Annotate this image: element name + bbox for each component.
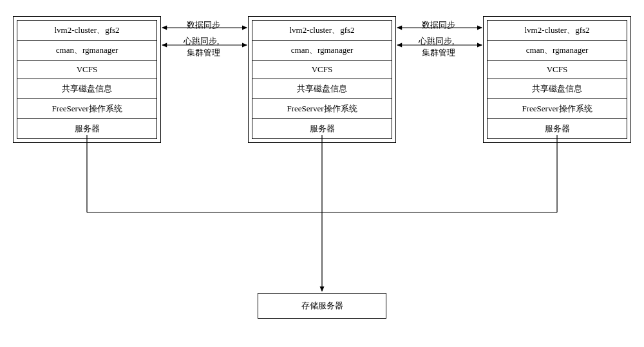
- node2-server: 服务器: [252, 118, 392, 139]
- label-data-sync-23: 数据同步: [422, 19, 455, 31]
- node2-shared-disk: 共享磁盘信息: [252, 79, 392, 99]
- label-heartbeat-12-line2: 集群管理: [187, 47, 220, 59]
- node3-vcfs: VCFS: [487, 60, 627, 79]
- node2-cman-rgmanager: cman、rgmanager: [252, 40, 392, 61]
- storage-server: 存储服务器: [258, 293, 386, 319]
- label-heartbeat-23-line1: 心跳同步,: [419, 35, 454, 47]
- label-heartbeat-12-line1: 心跳同步,: [184, 35, 219, 47]
- node3-server: 服务器: [487, 118, 627, 139]
- node1-vcfs: VCFS: [17, 60, 157, 79]
- cluster-node-2: lvm2-cluster、gfs2 cman、rgmanager VCFS 共享…: [248, 16, 396, 143]
- label-data-sync-12: 数据同步: [187, 19, 220, 31]
- node1-freeserver-os: FreeServer操作系统: [17, 98, 157, 119]
- node3-lvm2-gfs2: lvm2-cluster、gfs2: [487, 20, 627, 41]
- node3-freeserver-os: FreeServer操作系统: [487, 98, 627, 119]
- node1-shared-disk: 共享磁盘信息: [17, 79, 157, 99]
- node2-vcfs: VCFS: [252, 60, 392, 79]
- node3-cman-rgmanager: cman、rgmanager: [487, 40, 627, 61]
- node2-freeserver-os: FreeServer操作系统: [252, 98, 392, 119]
- label-heartbeat-23-line2: 集群管理: [422, 47, 455, 59]
- node1-cman-rgmanager: cman、rgmanager: [17, 40, 157, 61]
- cluster-node-3: lvm2-cluster、gfs2 cman、rgmanager VCFS 共享…: [483, 16, 631, 143]
- node1-server: 服务器: [17, 118, 157, 139]
- storage-server-label: 存储服务器: [301, 301, 343, 310]
- cluster-node-1: lvm2-cluster、gfs2 cman、rgmanager VCFS 共享…: [13, 16, 161, 143]
- node2-lvm2-gfs2: lvm2-cluster、gfs2: [252, 20, 392, 41]
- node1-lvm2-gfs2: lvm2-cluster、gfs2: [17, 20, 157, 41]
- node3-shared-disk: 共享磁盘信息: [487, 79, 627, 99]
